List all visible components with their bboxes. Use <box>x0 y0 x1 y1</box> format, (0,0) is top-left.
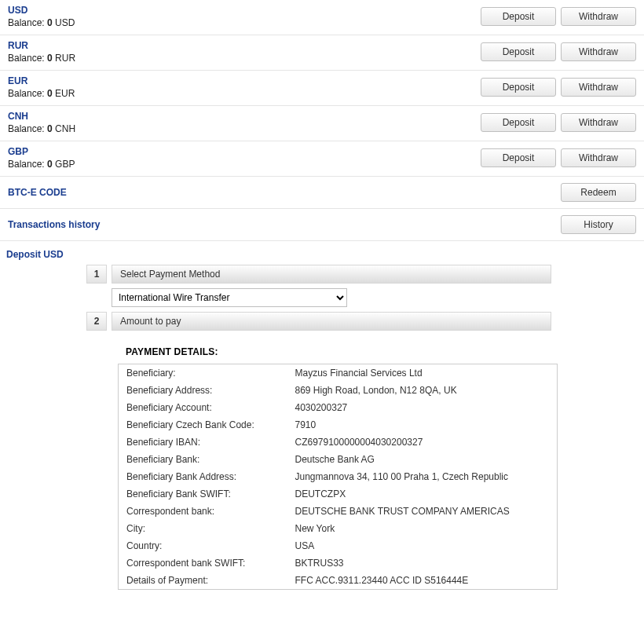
btce-code-row: BTC-E CODE Redeem <box>0 177 644 209</box>
transactions-history-row: Transactions history History <box>0 209 644 241</box>
currency-row-rur: RURBalance: 0 RURDepositWithdraw <box>0 35 644 71</box>
redeem-button[interactable]: Redeem <box>561 183 636 202</box>
detail-key: Beneficiary Bank Address: <box>119 468 287 485</box>
withdraw-button[interactable]: Withdraw <box>561 113 636 132</box>
payment-details-table: Beneficiary:Mayzus Financial Services Lt… <box>118 364 558 590</box>
deposit-button[interactable]: Deposit <box>481 42 556 61</box>
step-2-row: 2 Amount to pay <box>86 312 644 331</box>
detail-key: Beneficiary Bank SWIFT: <box>119 485 287 503</box>
currency-title: USD <box>8 5 75 16</box>
table-row: Correspondent bank:DEUTSCHE BANK TRUST C… <box>119 503 558 520</box>
detail-value: BKTRUS33 <box>287 554 558 572</box>
detail-value: DEUTCZPX <box>287 485 558 503</box>
detail-key: Country: <box>119 537 287 554</box>
step-2-number: 2 <box>86 312 107 331</box>
detail-value: Deutsche Bank AG <box>287 451 558 468</box>
transactions-history-title: Transactions history <box>8 219 100 230</box>
table-row: Beneficiary Address:869 High Road, Londo… <box>119 382 558 399</box>
detail-value: DEUTSCHE BANK TRUST COMPANY AMERICAS <box>287 503 558 520</box>
currency-title: RUR <box>8 40 75 51</box>
currency-row-gbp: GBPBalance: 0 GBPDepositWithdraw <box>0 141 644 177</box>
withdraw-button[interactable]: Withdraw <box>561 78 636 97</box>
table-row: Details of Payment:FFC ACC.9311.23440 AC… <box>119 572 558 590</box>
currency-balance: Balance: 0 CNH <box>8 123 75 134</box>
detail-value: CZ6979100000004030200327 <box>287 434 558 451</box>
detail-value: 7910 <box>287 416 558 434</box>
currency-balance: Balance: 0 RUR <box>8 53 75 64</box>
detail-value: USA <box>287 537 558 554</box>
deposit-button[interactable]: Deposit <box>481 113 556 132</box>
detail-key: Beneficiary: <box>119 364 287 382</box>
btce-code-title: BTC-E CODE <box>8 187 67 198</box>
currency-row-cnh: CNHBalance: 0 CNHDepositWithdraw <box>0 106 644 141</box>
withdraw-button[interactable]: Withdraw <box>561 7 636 26</box>
deposit-button[interactable]: Deposit <box>481 7 556 26</box>
detail-key: Correspondent bank SWIFT: <box>119 554 287 572</box>
detail-value: 869 High Road, London, N12 8QA, UK <box>287 382 558 399</box>
detail-value: Mayzus Financial Services Ltd <box>287 364 558 382</box>
table-row: Country:USA <box>119 537 558 554</box>
step-1-label: Select Payment Method <box>112 265 551 284</box>
detail-value: 4030200327 <box>287 399 558 416</box>
step-1-row: 1 Select Payment Method <box>86 265 644 284</box>
currency-balance: Balance: 0 GBP <box>8 159 75 170</box>
history-button[interactable]: History <box>561 215 636 234</box>
withdraw-button[interactable]: Withdraw <box>561 148 636 167</box>
currency-title: CNH <box>8 111 75 122</box>
table-row: Beneficiary IBAN:CZ697910000000403020032… <box>119 434 558 451</box>
table-row: Beneficiary:Mayzus Financial Services Lt… <box>119 364 558 382</box>
detail-key: Beneficiary Bank: <box>119 451 287 468</box>
detail-key: Correspondent bank: <box>119 503 287 520</box>
table-row: Beneficiary Account:4030200327 <box>119 399 558 416</box>
deposit-button[interactable]: Deposit <box>481 78 556 97</box>
detail-key: Beneficiary IBAN: <box>119 434 287 451</box>
detail-key: Beneficiary Account: <box>119 399 287 416</box>
currency-balance: Balance: 0 USD <box>8 17 75 28</box>
detail-key: Details of Payment: <box>119 572 287 590</box>
detail-key: Beneficiary Address: <box>119 382 287 399</box>
currency-title: GBP <box>8 146 75 157</box>
step-2-label: Amount to pay <box>112 312 551 331</box>
currency-title: EUR <box>8 75 75 86</box>
table-row: City:New York <box>119 520 558 537</box>
step-1-number: 1 <box>86 265 107 284</box>
detail-key: City: <box>119 520 287 537</box>
detail-value: New York <box>287 520 558 537</box>
detail-value: Jungmannova 34, 110 00 Praha 1, Czech Re… <box>287 468 558 485</box>
table-row: Beneficiary Czech Bank Code:7910 <box>119 416 558 434</box>
table-row: Beneficiary Bank SWIFT:DEUTCZPX <box>119 485 558 503</box>
detail-value: FFC ACC.9311.23440 ACC ID S516444E <box>287 572 558 590</box>
payment-details-heading: PAYMENT DETAILS: <box>126 346 644 357</box>
withdraw-button[interactable]: Withdraw <box>561 42 636 61</box>
currency-balance: Balance: 0 EUR <box>8 88 75 99</box>
table-row: Correspondent bank SWIFT:BKTRUS33 <box>119 554 558 572</box>
currency-row-usd: USDBalance: 0 USDDepositWithdraw <box>0 0 644 35</box>
table-row: Beneficiary Bank Address:Jungmannova 34,… <box>119 468 558 485</box>
deposit-heading: Deposit USD <box>0 241 644 265</box>
currency-row-eur: EURBalance: 0 EURDepositWithdraw <box>0 71 644 106</box>
detail-key: Beneficiary Czech Bank Code: <box>119 416 287 434</box>
payment-method-select[interactable]: International Wire Transfer <box>112 288 347 307</box>
table-row: Beneficiary Bank:Deutsche Bank AG <box>119 451 558 468</box>
deposit-button[interactable]: Deposit <box>481 148 556 167</box>
